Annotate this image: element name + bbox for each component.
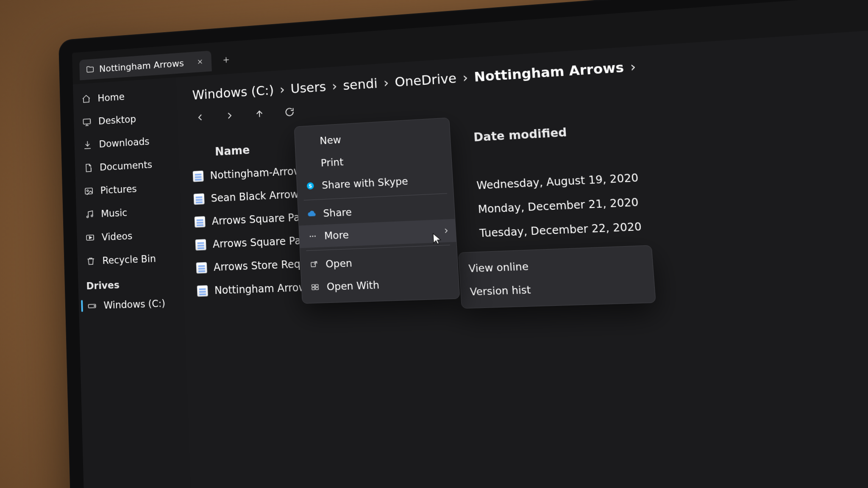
tab-nottingham-arrows[interactable]: Nottingham Arrows: [79, 50, 212, 80]
context-menu: New Print S Share with Skype: [294, 117, 460, 304]
svg-rect-15: [315, 285, 318, 287]
sidebar-item-videos[interactable]: Videos: [77, 222, 182, 250]
more-icon: [307, 230, 318, 242]
breadcrumb-segment[interactable]: sendi: [342, 76, 378, 93]
videos-icon: [85, 232, 95, 244]
file-explorer-window: Nottingham Arrows Home: [72, 0, 868, 488]
svg-point-11: [312, 236, 313, 237]
monitor-bezel: Nottingham Arrows Home: [58, 0, 868, 488]
submenu-label: View online: [468, 261, 529, 274]
desktop-icon: [82, 116, 92, 128]
sidebar-item-label: Desktop: [98, 114, 136, 127]
context-menu-label: Print: [320, 156, 344, 169]
sidebar: Home Desktop Downloads Documents: [73, 78, 194, 488]
file-name: Nottingham-Arrows: [210, 165, 307, 182]
context-menu-label: Open: [326, 258, 353, 270]
screen: Nottingham Arrows Home: [72, 0, 868, 488]
file-icon: [194, 193, 205, 205]
music-icon: [84, 209, 95, 220]
context-menu-label: Share: [323, 206, 352, 219]
sidebar-item-label: Downloads: [99, 136, 150, 150]
file-name: Sean Black Arrows J: [211, 188, 310, 204]
submenu-label: Version hist: [470, 284, 531, 297]
sidebar-section-drives: Drives: [78, 269, 184, 294]
documents-icon: [83, 162, 94, 174]
svg-point-10: [310, 236, 311, 237]
svg-point-7: [94, 305, 95, 306]
cloud-icon: [306, 208, 317, 220]
sidebar-item-label: Videos: [102, 230, 133, 243]
context-menu-label: Open With: [326, 279, 379, 292]
svg-rect-0: [83, 119, 90, 124]
svg-rect-14: [312, 285, 315, 287]
recycle-bin-icon: [86, 255, 96, 267]
folder-icon: [86, 65, 95, 75]
sidebar-item-label: Pictures: [100, 183, 137, 196]
nav-back-button[interactable]: [194, 111, 206, 124]
chevron-right-icon: ›: [462, 70, 468, 85]
skype-icon: S: [305, 180, 316, 192]
sidebar-item-recycle-bin[interactable]: Recycle Bin: [77, 246, 183, 273]
sidebar-item-label: Documents: [100, 159, 153, 172]
blank-icon: [303, 136, 314, 147]
file-icon: [195, 216, 206, 227]
breadcrumb-segment[interactable]: Users: [290, 79, 326, 96]
sidebar-item-label: Music: [101, 207, 128, 219]
breadcrumb-segment[interactable]: Windows (C:): [192, 83, 274, 103]
nav-up-button[interactable]: [253, 107, 266, 121]
downloads-icon: [82, 139, 93, 151]
content-pane: Windows (C:) › Users › sendi › OneDrive …: [176, 23, 868, 488]
sidebar-item-label: Recycle Bin: [102, 253, 156, 266]
svg-text:S: S: [309, 183, 312, 189]
file-name: Arrows Store Reque: [214, 258, 314, 273]
sidebar-item-label: Windows (C:): [103, 298, 165, 311]
sidebar-item-label: Home: [97, 91, 125, 103]
sidebar-item-drive-c[interactable]: Windows (C:): [78, 291, 185, 318]
svg-point-4: [91, 215, 93, 216]
pictures-icon: [83, 186, 94, 197]
home-icon: [81, 93, 92, 105]
svg-rect-16: [312, 288, 315, 290]
new-tab-button[interactable]: [217, 51, 234, 69]
file-icon: [195, 239, 206, 250]
file-icon: [193, 171, 204, 182]
drive-icon: [86, 300, 97, 311]
svg-point-12: [314, 236, 316, 237]
context-menu-label: Share with Skype: [322, 175, 409, 191]
open-icon: [308, 259, 320, 271]
breadcrumb-segment[interactable]: OneDrive: [394, 71, 457, 90]
cursor-icon: [432, 233, 443, 245]
svg-point-3: [87, 216, 89, 218]
file-icon: [196, 262, 207, 274]
context-submenu: View online Version hist: [458, 245, 656, 309]
tab-title: Nottingham Arrows: [99, 58, 184, 74]
blank-icon: [303, 158, 315, 170]
nav-forward-button[interactable]: [223, 109, 236, 122]
svg-rect-17: [315, 287, 318, 289]
svg-point-2: [87, 190, 89, 191]
chevron-right-icon: ›: [630, 59, 637, 75]
nav-refresh-button[interactable]: [283, 105, 296, 119]
context-menu-label: New: [320, 134, 342, 147]
svg-rect-13: [311, 262, 316, 267]
close-icon[interactable]: [194, 55, 206, 68]
photo-background: Nottingham Arrows Home: [0, 0, 868, 488]
open-with-icon: [309, 281, 321, 293]
chevron-right-icon: ›: [279, 82, 285, 97]
chevron-right-icon: ›: [383, 75, 389, 90]
chevron-right-icon: ›: [331, 78, 337, 94]
file-name: Nottingham Arrows: [214, 281, 313, 297]
file-icon: [197, 285, 208, 297]
breadcrumb-segment-current[interactable]: Nottingham Arrows: [474, 60, 625, 85]
context-menu-label: More: [324, 229, 349, 241]
